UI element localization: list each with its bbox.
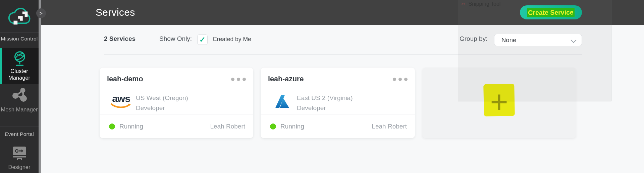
sidebar-item-designer[interactable]: Designer [0,145,39,171]
group-by-value: None [501,36,516,44]
sidebar: Mission Control Cluster Manager [0,0,39,173]
service-card-leah-demo[interactable]: leah-demo aws US West (Oregon) Developer… [100,68,253,138]
divider [0,126,39,126]
more-options-icon[interactable] [231,78,246,81]
service-card-leah-azure[interactable]: leah-azure East US 2 (Virginia) Develope… [261,68,415,138]
create-service-button[interactable]: Create Service [520,5,582,19]
sidebar-expand-button[interactable]: > [36,8,46,18]
sidebar-item-cluster-manager-label: Cluster Manager [0,68,39,81]
service-status: Running [280,123,304,130]
service-owner: Leah Robert [372,123,407,130]
sidebar-section-mission-control: Mission Control [0,36,39,42]
show-only-label: Show Only: [159,35,192,42]
service-owner: Leah Robert [210,123,245,130]
mesh-nodes-icon [0,87,39,103]
chevron-down-icon [571,37,577,43]
sidebar-scrollbar[interactable] [39,0,41,173]
check-icon: ✓ [199,36,205,44]
group-by-select[interactable]: None [494,34,582,46]
aws-logo: aws [109,92,133,110]
solace-cloud-logo [7,6,33,27]
divider [0,32,39,33]
service-region: US West (Oregon) [136,93,188,103]
service-name: leah-azure [268,75,304,83]
create-service-highlight-annotation: Create Service [527,8,575,17]
highlight-annotation [483,84,515,116]
service-class: Developer [136,103,188,113]
services-count: 2 Services [104,35,136,42]
service-status: Running [119,123,143,130]
service-class: Developer [297,103,353,113]
chevron-right-icon: > [40,10,43,16]
card-footer: Running Leah Robert [100,114,253,138]
service-region: East US 2 (Virginia) [297,93,353,103]
ghost-window-title: Snipping Tool [469,1,501,7]
scissors-icon: ✂ [462,1,466,7]
create-service-button-label: Create Service [528,9,574,17]
more-options-icon[interactable] [393,78,408,81]
azure-logo [270,92,294,110]
globe-icon [0,50,39,67]
card-footer: Running Leah Robert [261,114,415,138]
sidebar-item-mesh-manager-label: Mesh Manager [0,106,39,113]
status-running-icon [270,123,276,129]
sidebar-section-event-portal: Event Portal [0,131,39,137]
app-window: Mission Control Cluster Manager [0,0,644,173]
created-by-me-checkbox[interactable]: ✓ [197,34,208,45]
sidebar-item-designer-label: Designer [0,164,39,170]
designer-board-icon [0,146,39,161]
status-running-icon [109,123,115,129]
service-name: leah-demo [107,75,143,83]
page-title: Services [96,7,135,18]
sidebar-item-mesh-manager[interactable]: Mesh Manager [0,84,39,120]
created-by-me-label: Created by Me [213,36,251,43]
